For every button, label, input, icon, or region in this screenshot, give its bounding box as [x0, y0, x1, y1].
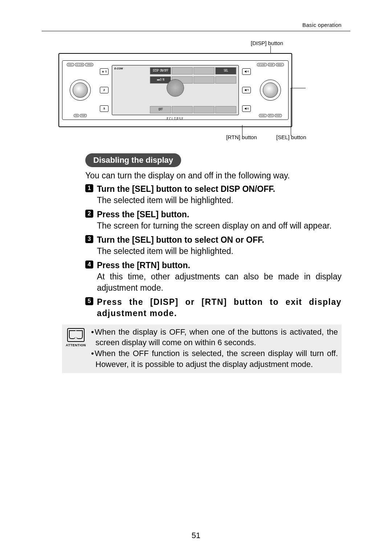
pointer-line [270, 46, 271, 53]
top-right-buttons: SOUND DISP SEEK [257, 63, 284, 66]
fast-button: FAST [275, 114, 282, 117]
step-body: At this time, other adjustments can also… [97, 271, 342, 294]
pointer-line [291, 88, 291, 136]
panel-right: SOUND DISP SEEK FUNC RTN FAST [254, 62, 287, 118]
preset-2: 2 [100, 87, 109, 93]
diagram-area: [DISP] button DISC E-COM OPEN FM PWR [58, 44, 342, 140]
step-number: 2 [85, 210, 93, 218]
label-sel-button: [SEL] button [276, 134, 306, 140]
step-1: 1 Turn the [SEL] button to select DISP O… [85, 183, 342, 206]
eclipse-logo: ECLIPSE [112, 117, 238, 121]
func-button: FUNC [259, 114, 267, 117]
attention-item-2: When the OFF function is selected, the s… [91, 348, 338, 370]
bottom-right-buttons: FUNC RTN FAST [259, 114, 282, 117]
sel-knob [260, 80, 281, 101]
header-divider [42, 31, 350, 31]
radio-face: DISC E-COM OPEN FM PWR ▲ 1 2 3 [62, 60, 289, 120]
step-number: 1 [85, 184, 93, 192]
steps-list: 1 Turn the [SEL] button to select DISP O… [85, 183, 342, 319]
lcd-sel: SEL [215, 67, 236, 74]
preset-5: ◀ 5 [242, 87, 251, 93]
lcd-row-3: OFF [150, 106, 236, 113]
step-body: The screen for turning the screen displa… [97, 220, 342, 231]
disp-button: DISP [268, 63, 275, 66]
lcd-screen: E-COM CD 8454 DISP ON/OFF SEL ▶▶O N [112, 65, 239, 115]
attention-label: ATTENTION [66, 343, 86, 347]
lcd-row-1: DISP ON/OFF SEL [150, 67, 236, 74]
open-button: OPEN [85, 63, 94, 66]
disc-button: DISC [67, 63, 74, 66]
book-icon [67, 328, 85, 342]
preset-6: ◀ 6 [242, 105, 251, 112]
seek-button: SEEK [276, 63, 284, 66]
attention-box: ATTENTION When the display is OFF, when … [62, 324, 342, 374]
lcd-off: OFF [150, 106, 171, 113]
step-title: Turn the [SEL] button to select DISP ON/… [97, 184, 275, 194]
lcd-dial-graphic [167, 79, 184, 97]
lcd-row-2: ▶▶O N [150, 76, 236, 84]
attention-item-1: When the display is OFF, when one of the… [91, 327, 338, 348]
lcd-brand: E-COM [114, 67, 123, 70]
step-4: 4 Press the [RTN] button. At this time, … [85, 260, 342, 294]
rtn-button: RTN [268, 114, 274, 117]
pointer-line [290, 88, 306, 88]
section-title: Disabling the display [85, 153, 181, 167]
radio-unit-illustration: DISC E-COM OPEN FM PWR ▲ 1 2 3 [58, 53, 292, 127]
lcd-disp-onoff: DISP ON/OFF [150, 67, 171, 74]
attention-icon: ATTENTION [66, 327, 86, 347]
page-number: 51 [0, 531, 392, 540]
label-disp-button: [DISP] button [251, 40, 283, 46]
presets-right: ◀ 4 ◀ 5 ◀ 6 [241, 62, 252, 118]
step-5: 5 Press the [DISP] or [RTN] button to ex… [85, 296, 342, 319]
header-breadcrumb: Basic operation [42, 22, 350, 28]
panel-left: DISC E-COM OPEN FM PWR [64, 62, 97, 118]
step-3: 3 Turn the [SEL] button to select ON or … [85, 234, 342, 257]
preset-1: ▲ 1 [100, 68, 109, 75]
step-title: Press the [RTN] button. [97, 261, 190, 270]
top-left-buttons: DISC E-COM OPEN [67, 63, 93, 66]
content: Disabling the display You can turn the d… [85, 153, 342, 319]
step-title: Press the [DISP] or [RTN] button to exit… [97, 296, 342, 319]
preset-4: ◀ 4 [242, 68, 251, 75]
sound-button: SOUND [257, 63, 267, 66]
presets-left: ▲ 1 2 3 [99, 62, 110, 118]
step-title: Press the [SEL] button. [97, 210, 189, 219]
fm-am-button: FM [74, 114, 79, 117]
step-number: 5 [85, 297, 93, 305]
volume-knob [70, 80, 91, 101]
manual-page: Basic operation [DISP] button DISC E-COM… [0, 0, 392, 557]
bottom-left-buttons: FM PWR [74, 114, 86, 117]
step-number: 3 [85, 235, 93, 243]
pwr-button: PWR [80, 114, 87, 117]
attention-text: When the display is OFF, when one of the… [91, 327, 338, 370]
step-body: The selected item will be highlighted. [97, 195, 342, 206]
label-rtn-button: [RTN] button [226, 134, 257, 140]
ecom-button: E-COM [75, 63, 84, 66]
preset-3: 3 [100, 105, 109, 112]
step-number: 4 [85, 261, 93, 269]
step-2: 2 Press the [SEL] button. The screen for… [85, 209, 342, 231]
step-body: The selected item will be highlighted. [97, 246, 342, 257]
section-intro: You can turn the display on and off in t… [85, 171, 342, 181]
step-title: Turn the [SEL] button to select ON or OF… [97, 235, 264, 245]
